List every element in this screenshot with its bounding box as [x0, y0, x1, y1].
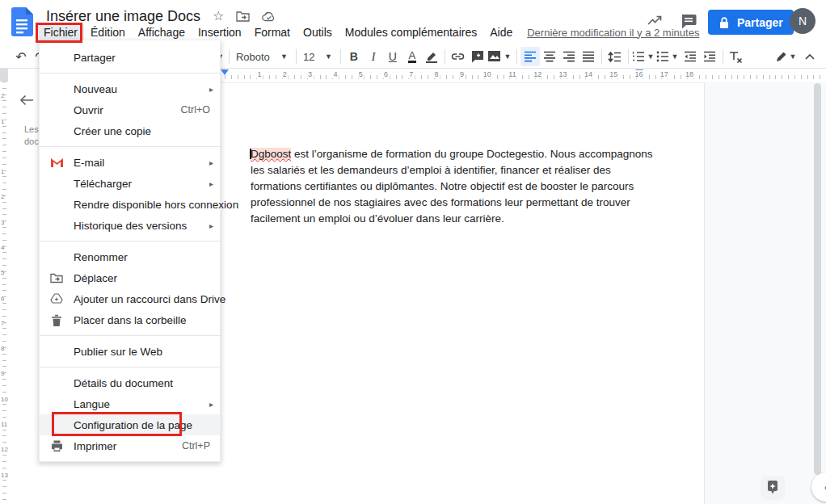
increase-indent-button[interactable] [700, 47, 719, 66]
annotation-box-configuration [52, 412, 182, 436]
menu-aide[interactable]: Aide [483, 24, 519, 40]
ruler-number: 17 [659, 70, 670, 78]
undo-button[interactable]: ↶ [11, 47, 31, 66]
menu-item-label: Déplacer [65, 272, 220, 284]
insert-link-button[interactable] [449, 47, 468, 66]
close-outline-arrow-icon[interactable] [19, 94, 34, 106]
menu-item-publier-sur-le-web[interactable]: Publier sur le Web [40, 341, 220, 362]
explore-button[interactable] [761, 476, 785, 500]
font-family-select[interactable]: Roboto▼ [233, 47, 293, 66]
menu-item-imprimer[interactable]: ImprimerCtrl+P [40, 435, 220, 456]
menu-item-label: Placer dans la corbeille [65, 314, 220, 326]
menu-item-creer-une-copie[interactable]: Créer une copie [40, 120, 220, 141]
chevron-down-icon: ▼ [323, 52, 334, 61]
horizontal-ruler: 1123456789101112131415161718 [192, 69, 826, 82]
ruler-number: 1 [255, 70, 263, 78]
menu-separator [40, 367, 220, 368]
menu-item-shortcut: Ctrl+O [181, 104, 220, 116]
lock-icon [719, 16, 730, 29]
document-page[interactable]: Dgboost est l’organisme de formation du … [192, 82, 705, 504]
trash-icon [48, 314, 65, 326]
menu-item-label: Partager [65, 52, 220, 64]
menu-item-placer-dans-la-corbeille[interactable]: Placer dans la corbeille [40, 309, 220, 330]
menu-item-label: Publier sur le Web [65, 346, 220, 358]
align-right-button[interactable] [559, 47, 579, 66]
menu-item-deplacer[interactable]: Déplacer [40, 267, 220, 288]
text-line: formations certifiantes ou diplômantes. … [251, 178, 653, 195]
menu-item-renommer[interactable]: Renommer [40, 246, 220, 267]
menu-item-shortcut: Ctrl+P [182, 440, 220, 452]
annotation-box-fichier [36, 23, 82, 43]
highlight-color-button[interactable] [422, 47, 441, 66]
menu-item-partager[interactable]: Partager [40, 47, 220, 68]
last-modified-link[interactable]: Dernière modification il y a 2 minutes [527, 27, 699, 39]
bold-button[interactable]: B [344, 47, 364, 66]
menu-item-ouvrir[interactable]: OuvrirCtrl+O [40, 99, 220, 120]
add-comment-button[interactable] [468, 47, 487, 66]
chevron-down-icon: ▼ [279, 52, 289, 61]
menu-item-ajouter-un-raccourci-dans-drive[interactable]: Ajouter un raccourci dans Drive [40, 288, 220, 309]
menu-item-label: Historique des versions [65, 220, 209, 232]
left-indent-marker[interactable] [221, 69, 229, 75]
menu-insertion[interactable]: Insertion [192, 24, 248, 40]
text-line: professionnel de nos stagiaires avec des… [251, 195, 653, 211]
font-size-select[interactable]: 12▼ [300, 47, 337, 66]
vertical-scrollbar-thumb[interactable] [814, 83, 821, 475]
ruler-number: 2 [281, 70, 289, 78]
clear-formatting-button[interactable] [727, 47, 746, 66]
underline-button[interactable]: U [383, 47, 402, 66]
ruler-number: 7 [1, 320, 4, 327]
misspelled-word[interactable]: Dgboost [251, 148, 291, 160]
align-left-button[interactable] [520, 47, 540, 66]
italic-button[interactable]: I [364, 47, 383, 66]
menu-item-label: Détails du document [65, 377, 220, 389]
move-to-folder-icon[interactable] [236, 10, 250, 22]
ruler-number: 16 [633, 70, 644, 78]
decrease-indent-button[interactable] [681, 47, 700, 66]
editing-mode-button[interactable]: ▼ [773, 47, 800, 66]
menu-item-label: E-mail [65, 157, 209, 169]
menu-outils[interactable]: Outils [297, 24, 339, 40]
text-color-button[interactable]: A [402, 47, 422, 66]
menu-item-telecharger[interactable]: Télécharger▸ [40, 173, 220, 194]
collapse-toolbar-button[interactable] [800, 47, 820, 66]
menu-item-details-du-document[interactable]: Détails du document [40, 372, 220, 393]
menu-separator [40, 335, 220, 336]
text-line: les salariés et les demandeurs d’emploi … [251, 162, 653, 178]
google-docs-logo-icon[interactable] [11, 7, 33, 36]
activity-dashboard-icon[interactable] [646, 13, 664, 29]
paragraph[interactable]: Dgboost est l’organisme de formation du … [251, 146, 653, 227]
menu-format[interactable]: Format [248, 24, 297, 40]
menu-modules-complementaires[interactable]: Modules complémentaires [339, 24, 483, 40]
ruler-corner [0, 69, 8, 82]
insert-image-button[interactable]: ▼ [487, 47, 513, 66]
menu-item-historique-des-versions[interactable]: Historique des versions▸ [40, 215, 220, 236]
star-icon[interactable]: ☆ [213, 10, 224, 23]
menu-item-rendre-disponible-hors-connexion[interactable]: Rendre disponible hors connexion [40, 194, 220, 215]
folder-move-icon [48, 273, 65, 284]
numbered-list-button[interactable]: ▼ [632, 47, 656, 66]
comment-history-icon[interactable] [681, 14, 697, 29]
line-spacing-button[interactable] [605, 47, 625, 66]
ruler-number: 1 [1, 168, 4, 175]
menu-item-nouveau[interactable]: Nouveau▸ [40, 78, 220, 99]
menu-item-label: Ajouter un raccourci dans Drive [65, 293, 225, 305]
ruler-number: 5 [357, 70, 365, 78]
ruler-number: 6 [1, 295, 4, 302]
account-avatar[interactable]: N [790, 8, 815, 34]
ruler-number: 2 [1, 92, 4, 99]
ruler-number: 14 [583, 70, 594, 78]
share-button[interactable]: Partager [708, 10, 794, 35]
ruler-number: 6 [382, 70, 390, 78]
menu-separator [40, 241, 220, 242]
menu-edition[interactable]: Édition [84, 24, 132, 40]
menu-item-e-mail[interactable]: E-mail▸ [40, 152, 220, 173]
bulleted-list-button[interactable]: ▼ [656, 47, 681, 66]
align-center-button[interactable] [540, 47, 559, 66]
cloud-saved-icon[interactable] [262, 11, 276, 22]
ruler-number: 4 [331, 70, 339, 78]
justify-button[interactable] [579, 47, 598, 66]
ruler-number: 7 [407, 70, 415, 78]
text-line: Dgboost est l’organisme de formation du … [251, 146, 653, 162]
menu-affichage[interactable]: Affichage [132, 24, 192, 40]
